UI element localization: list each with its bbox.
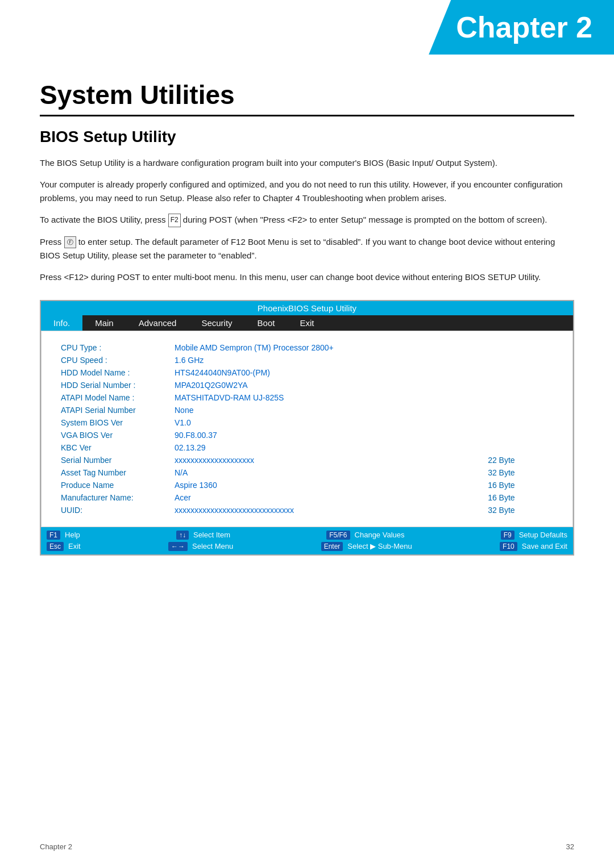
label-select-submenu: Select ▶ Sub-Menu [347,542,412,550]
bios-info-row: CPU Speed :1.6 GHz [57,354,557,366]
paragraph-4: Press Ⓕ to enter setup. The default para… [40,235,574,262]
key-f1: F1 [47,531,60,540]
bios-row-extra [471,366,557,379]
key-f5f6: F5/F6 [326,531,350,540]
bios-row-value: xxxxxxxxxxxxxxxxxxxxxxxxxxxxxx [171,504,471,516]
bios-info-row: Serial Numberxxxxxxxxxxxxxxxxxxxx22 Byte [57,454,557,466]
bios-row-label: CPU Type : [57,341,171,354]
bios-menu-advanced[interactable]: Advanced [126,315,189,331]
subsection-title: BIOS Setup Utility [40,128,574,146]
bios-status-bar: F1 Help ↑↓ Select Item F5/F6 Change Valu… [41,527,573,554]
bios-row-label: Produce Name [57,479,171,491]
bios-row-label: HDD Serial Number : [57,379,171,391]
bios-row-value: HTS4244040N9AT00-(PM) [171,366,471,379]
key-enter: Enter [321,542,343,551]
bios-info-row: Asset Tag NumberN/A32 Byte [57,466,557,479]
bios-row-label: Serial Number [57,454,171,466]
status-f10: F10 Save and Exit [500,542,567,551]
label-save-exit: Save and Exit [522,542,567,550]
bios-row-label: ATAPI Serial Number [57,404,171,416]
bios-row-value: None [171,404,471,416]
bios-row-value: xxxxxxxxxxxxxxxxxxxx [171,454,471,466]
bios-row-label: ATAPI Model Name : [57,391,171,404]
bios-row-extra [471,441,557,454]
bios-setup-box: PhoenixBIOS Setup Utility Info. Main Adv… [40,300,574,556]
label-setup-defaults: Setup Defaults [519,531,567,539]
bios-row-value: MPA201Q2G0W2YA [171,379,471,391]
bios-row-value: MATSHITADVD-RAM UJ-825S [171,391,471,404]
status-esc-exit: Esc Exit [47,542,81,551]
bios-row-extra: 32 Byte [471,466,557,479]
bios-row-extra [471,354,557,366]
status-updown: ↑↓ Select Item [176,531,230,540]
status-enter: Enter Select ▶ Sub-Menu [321,542,412,551]
bios-info-row: HDD Model Name :HTS4244040N9AT00-(PM) [57,366,557,379]
bios-info-row: ATAPI Serial NumberNone [57,404,557,416]
bios-row-label: Asset Tag Number [57,466,171,479]
status-leftright: ←→ Select Menu [168,542,233,551]
key-leftright: ←→ [168,542,188,551]
page-footer: Chapter 2 32 [40,842,574,851]
bios-row-label: System BIOS Ver [57,416,171,429]
bios-row-extra [471,404,557,416]
bios-row-extra: 16 Byte [471,479,557,491]
bios-info-row: System BIOS VerV1.0 [57,416,557,429]
chapter-number: 2 [576,11,592,44]
label-select-item: Select Item [193,531,230,539]
bios-row-value: Acer [171,491,471,504]
label-help: Help [65,531,80,539]
key-f10: F10 [500,542,517,551]
bios-content-area: CPU Type :Mobile AMD Sempron (TM) Proces… [41,331,573,527]
status-row-1: F1 Help ↑↓ Select Item F5/F6 Change Valu… [47,529,567,541]
bios-row-value: Mobile AMD Sempron (TM) Processor 2800+ [171,341,471,354]
bios-info-row: HDD Serial Number :MPA201Q2G0W2YA [57,379,557,391]
bios-info-row: Produce NameAspire 136016 Byte [57,479,557,491]
bios-row-label: UUID: [57,504,171,516]
key-f9: F9 [501,531,515,540]
bios-menu-bar: Info. Main Advanced Security Boot Exit [41,315,573,331]
bios-row-value: V1.0 [171,416,471,429]
bios-info-row: KBC Ver02.13.29 [57,441,557,454]
bios-info-row: VGA BIOS Ver90.F8.00.37 [57,429,557,441]
paragraph-1: The BIOS Setup Utility is a hardware con… [40,156,574,170]
paragraph-2: Your computer is already properly config… [40,178,574,205]
bios-menu-boot[interactable]: Boot [245,315,288,331]
key-updown: ↑↓ [176,531,189,540]
setup-icon: Ⓕ [64,236,76,249]
label-exit: Exit [68,542,81,550]
bios-title-bar: PhoenixBIOS Setup Utility [41,301,573,315]
bios-row-extra [471,429,557,441]
bios-row-extra: 22 Byte [471,454,557,466]
bios-info-row: CPU Type :Mobile AMD Sempron (TM) Proces… [57,341,557,354]
bios-row-label: KBC Ver [57,441,171,454]
bios-row-label: VGA BIOS Ver [57,429,171,441]
bios-menu-exit[interactable]: Exit [287,315,326,331]
bios-info-row: Manufacturer Name:Acer16 Byte [57,491,557,504]
bios-row-value: Aspire 1360 [171,479,471,491]
bios-row-extra [471,416,557,429]
status-f1-help: F1 Help [47,531,80,540]
status-row-2: Esc Exit ←→ Select Menu Enter Select ▶ S… [47,541,567,552]
bios-row-extra: 16 Byte [471,491,557,504]
footer-right: 32 [566,842,574,851]
bios-menu-security[interactable]: Security [189,315,244,331]
bios-row-value: 02.13.29 [171,441,471,454]
bios-row-label: CPU Speed : [57,354,171,366]
bios-info-row: UUID:xxxxxxxxxxxxxxxxxxxxxxxxxxxxxx32 By… [57,504,557,516]
bios-menu-main[interactable]: Main [82,315,126,331]
status-f5f6: F5/F6 Change Values [326,531,404,540]
section-title: System Utilities [40,80,574,116]
chapter-label: Chapter [456,11,567,44]
bios-row-extra [471,379,557,391]
bios-row-extra: 32 Byte [471,504,557,516]
f2-icon: F2 [168,214,181,227]
bios-row-label: Manufacturer Name: [57,491,171,504]
bios-row-label: HDD Model Name : [57,366,171,379]
bios-row-value: 1.6 GHz [171,354,471,366]
bios-row-extra [471,391,557,404]
label-select-menu: Select Menu [192,542,233,550]
paragraph-3: To activate the BIOS Utility, press F2 d… [40,213,574,227]
paragraph-5: Press <F12> during POST to enter multi-b… [40,270,574,284]
bios-info-table: CPU Type :Mobile AMD Sempron (TM) Proces… [57,341,557,516]
bios-menu-info[interactable]: Info. [41,315,82,331]
